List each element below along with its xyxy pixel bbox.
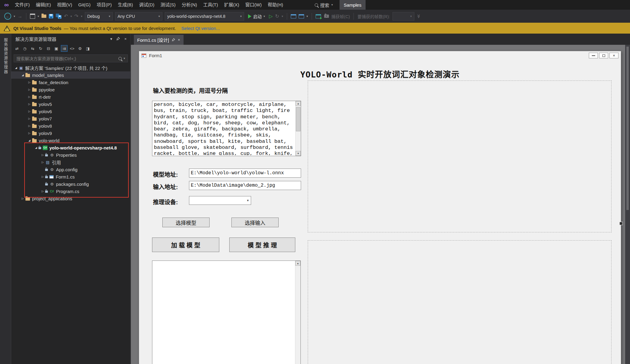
chevron-down-icon[interactable]: ▾ (124, 57, 125, 60)
classes-textbox[interactable]: person, bicycle, car, motorcycle, airpla… (152, 101, 301, 156)
scrollbar-thumb[interactable] (626, 47, 629, 210)
code-window-icon[interactable] (291, 14, 296, 18)
tree-expander-icon[interactable]: ▷ (40, 153, 45, 156)
tree-item[interactable]: ▷▤引用 (11, 159, 130, 166)
start-without-debugging-icon[interactable]: ▷ (269, 14, 273, 19)
startup-project-dropdown[interactable]: yolo-world-opencvsharp-net4.8 ▾ (165, 12, 244, 21)
output-scrollbar[interactable]: ▲ ▼ (295, 261, 300, 364)
tree-item[interactable]: ⚙App.config (11, 166, 130, 173)
menu-item[interactable]: 扩展(X) (221, 0, 242, 10)
save-icon[interactable] (49, 14, 53, 18)
tree-expander-icon[interactable]: ◢ (34, 146, 38, 149)
tree-item[interactable]: ◢model_samples (11, 71, 130, 79)
menu-item[interactable]: 工具(T) (200, 0, 221, 10)
scroll-down-icon[interactable]: ▼ (296, 151, 301, 156)
tree-expander-icon[interactable]: ▷ (27, 110, 32, 113)
menu-item[interactable]: 项目(P) (94, 0, 115, 10)
model-path-input[interactable]: E:\Model\yolo-world\yolow-l.onnx (189, 169, 301, 178)
menu-item[interactable]: 文件(F) (12, 0, 33, 10)
tree-expander-icon[interactable]: ◢ (27, 139, 32, 142)
picture-box-result-bottom[interactable] (308, 240, 612, 364)
server-explorer-vertical-tab[interactable]: 服务器资源管理器 (3, 38, 8, 74)
nav-back-icon[interactable]: ← (4, 13, 11, 20)
minimize-button[interactable] (589, 53, 598, 58)
preview-window-icon[interactable] (299, 14, 304, 18)
tree-item[interactable]: ▷face_detection (11, 79, 130, 86)
pin-icon[interactable] (172, 37, 175, 42)
solution-search-input[interactable]: 搜索解决方案资源管理器(Ctrl+;) ▾ (14, 54, 128, 62)
tree-item[interactable]: ▷yolov8 (11, 122, 130, 130)
properties-icon[interactable]: ⚙ (77, 45, 83, 52)
tree-expander-icon[interactable]: ◢ (20, 74, 25, 77)
tree-expander-icon[interactable]: ▷ (40, 161, 45, 164)
refresh-icon[interactable]: ↻ (37, 45, 44, 52)
load-model-button[interactable]: 加 载 模 型 (152, 238, 219, 252)
tree-expander-icon[interactable]: ▷ (27, 124, 32, 127)
pane-options-icon[interactable]: ▾ (110, 37, 112, 41)
tree-item[interactable]: ▷⚙Properties (11, 151, 130, 159)
tree-expander-icon[interactable]: ▷ (27, 132, 32, 135)
designed-form[interactable]: Form1 × YOLO-World 实时开放词汇对象检测演示 输入要检测的类，… (139, 51, 621, 364)
input-path-input[interactable]: E:\ModelData\image\demo_2.jpg (189, 181, 301, 190)
tree-item[interactable]: ⚙packages.config (11, 180, 130, 188)
tree-item[interactable]: ◢C#yolo-world-opencvsharp-net4.8 (11, 144, 130, 151)
pin-icon[interactable] (116, 37, 120, 41)
tree-item[interactable]: ▷yolov7 (11, 115, 130, 122)
view-code-icon[interactable]: <> (69, 45, 75, 52)
chevron-down-icon[interactable]: ▾ (307, 15, 308, 18)
toolbar-overflow-icon[interactable]: ≫ (417, 14, 421, 18)
tree-item[interactable]: ▷project_applications (11, 195, 130, 202)
designer-vertical-scrollbar[interactable] (625, 45, 630, 364)
open-file-icon[interactable] (41, 15, 46, 18)
menu-item[interactable]: Git(G) (75, 0, 94, 10)
menu-item[interactable]: 测试(S) (158, 0, 179, 10)
menu-item[interactable]: 窗口(W) (242, 0, 265, 10)
tree-expander-icon[interactable]: ◢ (14, 66, 18, 69)
collapse-all-icon[interactable]: ⊟ (45, 45, 52, 52)
form-resize-handle[interactable] (619, 222, 623, 225)
capture-window-icon[interactable] (316, 14, 321, 18)
tree-item[interactable]: ▷C#Program.cs (11, 188, 130, 195)
maximize-button[interactable] (599, 53, 608, 58)
chevron-down-icon[interactable]: ▾ (38, 15, 39, 18)
classes-scrollbar[interactable]: ▲ ▼ (295, 101, 301, 156)
scroll-up-ic on[interactable]: ▲ (295, 261, 300, 266)
new-project-icon[interactable] (30, 14, 35, 19)
close-button[interactable]: × (609, 53, 618, 58)
tree-item[interactable]: ◢▣解决方案 'Samples' (22 个项目, 共 22 个) (11, 64, 130, 71)
tree-item[interactable]: ▷Form1.cs (11, 173, 130, 180)
close-icon[interactable]: × (178, 38, 180, 42)
scrollbar-thumb[interactable] (296, 107, 300, 131)
sync-with-active-document-icon[interactable]: ⇉ (61, 45, 68, 52)
tree-expander-icon[interactable]: ▷ (20, 197, 25, 200)
menu-item[interactable]: 编辑(E) (33, 0, 54, 10)
menu-item[interactable]: 调试(D) (136, 0, 158, 10)
pending-changes-icon[interactable]: ◷ (22, 45, 28, 52)
infer-button[interactable]: 模 型 推 理 (229, 238, 295, 252)
output-textbox[interactable]: ▲ ▼ (152, 261, 301, 364)
configuration-dropdown[interactable]: Debug ▾ (85, 12, 113, 21)
close-icon[interactable]: × (124, 37, 127, 41)
tab-form1-designer[interactable]: Form1.cs [设计] × (134, 35, 184, 45)
tree-item[interactable]: ▷ppyoloe (11, 86, 130, 93)
tree-expander-icon[interactable]: ▷ (27, 95, 32, 98)
search-control[interactable]: 搜索 ▾ (315, 0, 333, 10)
menu-item[interactable]: 视图(V) (54, 0, 75, 10)
select-model-button[interactable]: 选择模型 (162, 218, 210, 227)
switch-views-icon[interactable]: ⇄ (14, 45, 20, 52)
tree-item[interactable]: ◢yolo-world (11, 137, 130, 144)
menu-item[interactable]: 帮助(H) (265, 0, 286, 10)
save-all-icon[interactable] (56, 14, 61, 19)
tree-expander-icon[interactable]: ▷ (40, 175, 45, 178)
scroll-up-icon[interactable]: ▲ (296, 101, 301, 106)
tree-expander-icon[interactable]: ▷ (27, 117, 32, 120)
select-input-button[interactable]: 选择输入 (231, 218, 279, 227)
platform-dropdown[interactable]: Any CPU ▾ (115, 12, 162, 21)
menu-item[interactable]: 分析(N) (179, 0, 200, 10)
tree-expander-icon[interactable]: ▷ (40, 190, 45, 193)
tree-item[interactable]: ▷yolov6 (11, 108, 130, 115)
tree-item[interactable]: ▷rt-detr (11, 93, 130, 100)
tree-expander-icon[interactable]: ▷ (27, 88, 32, 91)
menu-item[interactable]: 生成(B) (115, 0, 136, 10)
sync-navigation-icon[interactable]: ⇆ (29, 45, 36, 52)
